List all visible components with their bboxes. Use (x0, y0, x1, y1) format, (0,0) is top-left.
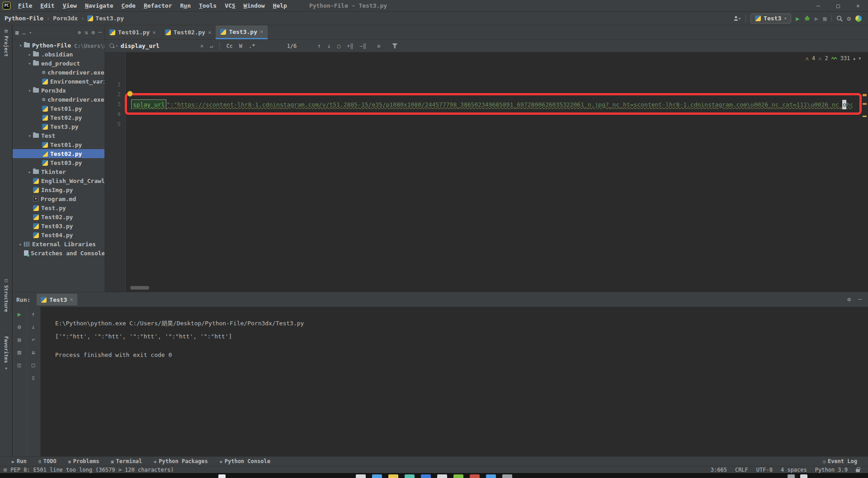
settings-gear-icon[interactable]: ⚙ (847, 15, 851, 22)
project-view-icon[interactable]: ▦ (15, 29, 19, 36)
menu-item-edit[interactable]: Edit (36, 2, 58, 9)
tab-test01-py[interactable]: Test01.py× (105, 25, 160, 39)
line-ending-select[interactable]: CRLF (735, 467, 748, 473)
tree-item-test[interactable]: ▾Test (13, 131, 104, 140)
intention-bulb-icon[interactable] (127, 91, 133, 97)
code-editor[interactable]: 12345 splay_url":"https://scontent-lhr8-… (105, 52, 868, 291)
taskbar-app-icon[interactable] (218, 474, 226, 478)
tab-test02-py[interactable]: Test02.py× (160, 25, 216, 39)
filter-icon[interactable] (392, 43, 397, 48)
menu-item-window[interactable]: Window (240, 2, 269, 9)
match-case-toggle[interactable]: Cc (226, 43, 232, 49)
caret-position[interactable]: 3:665 (711, 467, 727, 473)
inspections-widget[interactable]: ⚠ 4 ⚠ 2 331 ▲ ▼ (806, 55, 861, 61)
tool-window-button-terminal[interactable]: ▣Terminal (111, 458, 142, 464)
readonly-lock-icon[interactable] (856, 469, 860, 472)
status-grid-icon[interactable]: ⊞ (4, 467, 7, 473)
search-options-icon[interactable]: ≡ (377, 43, 380, 49)
encoding-select[interactable]: UTF-8 (756, 467, 773, 473)
status-message[interactable]: PEP 8: E501 line too long (36579 > 120 c… (10, 467, 174, 473)
error-stripe-mark[interactable] (863, 94, 867, 96)
tool-window-button-problems[interactable]: ◉Problems (68, 458, 99, 464)
next-inspection-icon[interactable]: ▼ (859, 56, 861, 61)
hide-panel-icon[interactable]: ─ (858, 296, 862, 303)
tool-window-button-run[interactable]: ▶Run (12, 458, 27, 464)
breadcrumb-item[interactable]: Porn3dx (53, 15, 78, 22)
debug-button[interactable] (804, 15, 810, 21)
tool-window-button-python-console[interactable]: ◈Python Console (220, 458, 270, 464)
menu-item-navigate[interactable]: Navigate (81, 2, 118, 9)
menu-item-vcs[interactable]: VCS (221, 2, 239, 9)
chevron-down-icon[interactable]: ▾ (26, 61, 33, 66)
tool-window-button-python-packages[interactable]: ◈Python Packages (154, 458, 208, 464)
run-configuration-select[interactable]: Test3 ▾ (750, 14, 791, 23)
tree-item-python-file[interactable]: ▾Python-FileC:\Users\胡 (13, 41, 104, 50)
search-icon[interactable] (109, 43, 115, 49)
tree-item-test01-py[interactable]: Test01.py (13, 140, 104, 149)
clear-search-icon[interactable]: × (200, 43, 203, 49)
code-with-me-icon[interactable] (734, 15, 741, 21)
tree-item-insimg-py[interactable]: InsImg.py (13, 185, 104, 194)
menu-item-file[interactable]: File (14, 2, 36, 9)
chevron-down-icon[interactable]: ▾ (17, 43, 24, 48)
tree-item--obsidian[interactable]: ▸.obsidian (13, 50, 104, 59)
tree-item-scratches-and-consoles[interactable]: Scratches and Consoles (13, 248, 104, 258)
scroll-to-end-icon[interactable]: ⇊ (32, 349, 35, 356)
next-occurrence-icon[interactable]: ↓ (327, 42, 331, 49)
tree-item-environment-variab[interactable]: Environment_variab (13, 77, 104, 86)
tree-item-test-py[interactable]: Test.py (13, 203, 104, 212)
close-icon[interactable]: × (70, 296, 73, 303)
clear-console-icon[interactable]: ▯ (32, 375, 35, 381)
select-all-occurrences-icon[interactable]: ▢ (337, 43, 340, 49)
tree-item-test3-py[interactable]: Test3.py (13, 122, 104, 131)
tree-item-chromedriver-exe[interactable]: ⚙chromedriver.exe (13, 68, 104, 77)
error-stripe-mark[interactable] (863, 103, 867, 105)
run-console[interactable]: E:\Python\python.exe C:/Users/胡昊/Desktop… (41, 307, 868, 456)
taskbar-app-icon[interactable] (388, 474, 398, 478)
locate-file-icon[interactable]: ⊕ (78, 29, 81, 36)
close-icon[interactable]: × (208, 29, 211, 36)
regex-toggle[interactable]: .* (249, 43, 255, 49)
stop-process-button[interactable]: ■ (18, 337, 21, 343)
tab-test3-py[interactable]: Test3.py× (216, 25, 268, 39)
minimize-button[interactable]: — (808, 0, 828, 11)
menu-item-refactor[interactable]: Refactor (140, 2, 176, 9)
menu-item-code[interactable]: Code (118, 2, 140, 9)
search-input[interactable]: display_url (121, 42, 160, 49)
prev-inspection-icon[interactable]: ▲ (853, 56, 855, 61)
close-icon[interactable]: × (152, 29, 156, 36)
search-everywhere-icon[interactable] (836, 15, 843, 22)
breadcrumb-item[interactable]: Python-File (5, 15, 43, 22)
interpreter-select[interactable]: Python 3.9 (815, 467, 848, 473)
print-icon[interactable]: ▢ (32, 362, 35, 368)
collapse-all-icon[interactable]: ⇅ (85, 29, 88, 36)
taskbar-app-icon[interactable] (502, 474, 512, 478)
search-history-chevron-icon[interactable]: ▾ (116, 44, 118, 48)
tree-item-english-word-crawler[interactable]: English_Word_Crawler (13, 176, 104, 185)
run-with-coverage-button[interactable]: ▶ (815, 15, 818, 22)
words-toggle[interactable]: W (239, 43, 242, 49)
chevron-right-icon[interactable]: ▸ (17, 242, 24, 247)
down-stack-trace-icon[interactable]: ↓ (32, 324, 35, 330)
menu-item-tools[interactable]: Tools (195, 2, 221, 9)
taskbar-app-icon[interactable] (372, 474, 382, 478)
taskbar-app-icon[interactable] (486, 474, 496, 478)
menu-item-help[interactable]: Help (269, 2, 291, 9)
tree-item-test02-py[interactable]: Test02.py (13, 212, 104, 221)
taskbar-app-icon[interactable] (437, 474, 447, 478)
menu-item-view[interactable]: View (59, 2, 81, 9)
chevron-down-icon[interactable]: ▾ (26, 88, 33, 93)
breadcrumb-item[interactable]: Test3.py (95, 15, 124, 22)
taskbar-app-icon[interactable] (405, 474, 415, 478)
maximize-button[interactable]: ▢ (828, 0, 848, 11)
soft-wrap-icon[interactable]: ↶ (32, 337, 35, 343)
pin-tab-icon[interactable]: ◫ (18, 362, 21, 368)
tree-item-test03-py[interactable]: Test03.py (13, 158, 104, 167)
tree-item-test01-py[interactable]: Test01.py (13, 104, 104, 113)
run-tab[interactable]: Test3 × (37, 294, 77, 305)
hide-panel-icon[interactable]: ─ (99, 29, 102, 36)
up-stack-trace-icon[interactable]: ↑ (32, 311, 35, 318)
stop-button[interactable]: ■ (823, 15, 826, 22)
rerun-button[interactable]: ▶ (18, 311, 21, 318)
chevron-down-icon[interactable]: ▾ (29, 30, 31, 35)
